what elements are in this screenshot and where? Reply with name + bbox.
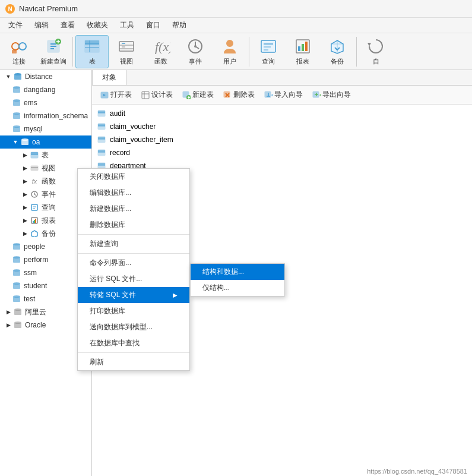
dangdang-icon xyxy=(12,85,21,94)
toolbar-auto[interactable]: 自 xyxy=(359,35,392,68)
app-icon: N xyxy=(5,4,15,14)
oa-query-arrow: ▶ xyxy=(21,204,28,211)
info-schema-icon xyxy=(12,111,21,121)
user-label: 用户 xyxy=(223,57,236,66)
table-row-icon-3 xyxy=(97,148,106,157)
oa-event-label: 事件 xyxy=(42,190,56,200)
toolbar: 连接 新建查询 表 xyxy=(0,33,472,70)
import-wizard-icon xyxy=(264,91,273,99)
ctx-sep-2 xyxy=(78,253,189,254)
toolbar-backup[interactable]: 备份 xyxy=(321,35,354,68)
connect-label: 连接 xyxy=(12,57,26,66)
toolbar-query[interactable]: 查询 xyxy=(252,35,285,68)
student-label: student xyxy=(24,282,47,290)
svg-rect-101 xyxy=(98,124,105,126)
oa-event-icon xyxy=(30,190,39,199)
svg-marker-93 xyxy=(319,94,321,96)
sidebar-item-information-schema[interactable]: information_schema xyxy=(0,109,91,122)
student-icon xyxy=(12,281,21,291)
sidebar-item-ems[interactable]: ems xyxy=(0,96,91,109)
table-row[interactable]: claim_voucher xyxy=(92,120,472,133)
ctx-new-query[interactable]: 新建查询 xyxy=(78,236,189,252)
delete-table-label: 删除表 xyxy=(233,90,255,100)
ctx-find-in-db[interactable]: 在数据库中查找 xyxy=(78,335,189,351)
table-toolbar: 打开表 设计表 xyxy=(92,86,472,105)
toolbar-report[interactable]: 报表 xyxy=(286,35,319,68)
toolbar-function[interactable]: f(x) 函数 xyxy=(144,35,178,68)
svg-rect-104 xyxy=(98,137,105,139)
menu-favorites[interactable]: 收藏夹 xyxy=(81,19,114,31)
context-menu: 关闭数据库 编辑数据库... 新建数据库... 删除数据库 新建查询 命令列界面… xyxy=(77,168,190,371)
design-table-icon xyxy=(141,91,150,99)
tab-object[interactable]: 对象 xyxy=(92,70,126,85)
ctx-edit-db[interactable]: 编辑数据库... xyxy=(78,185,189,201)
test-label: test xyxy=(24,295,35,303)
report-icon xyxy=(293,37,312,56)
svg-point-2 xyxy=(12,43,19,50)
toolbar-user[interactable]: 用户 xyxy=(213,35,246,68)
open-table-btn[interactable]: 打开表 xyxy=(97,89,135,101)
toolbar-connect[interactable]: 连接 xyxy=(2,35,36,68)
function-label: 函数 xyxy=(154,57,167,66)
new-table-btn[interactable]: 新建表 xyxy=(179,89,217,101)
report-label: 报表 xyxy=(296,57,309,66)
people-icon xyxy=(12,242,21,251)
svg-point-71 xyxy=(13,295,20,298)
menu-window[interactable]: 窗口 xyxy=(140,19,166,31)
status-url: https://blog.csdn.net/qq_43478581 xyxy=(367,468,467,475)
sidebar-item-distance[interactable]: ▼ Distance xyxy=(0,70,91,83)
oa-query-label: 查询 xyxy=(42,203,56,213)
dangdang-label: dangdang xyxy=(24,86,55,94)
design-table-btn[interactable]: 设计表 xyxy=(138,89,176,101)
oa-view-label: 视图 xyxy=(42,163,56,174)
ctx-run-sql[interactable]: 运行 SQL 文件... xyxy=(78,271,189,287)
ctx-command-line[interactable]: 命令列界面... xyxy=(78,255,189,271)
expand-arrow-distance: ▼ xyxy=(5,73,12,80)
ctx-delete-db[interactable]: 删除数据库 xyxy=(78,217,189,233)
export-wizard-btn[interactable]: 导出向导 xyxy=(309,89,354,101)
toolbar-new-query[interactable]: 新建查询 xyxy=(37,35,70,68)
table-icon xyxy=(83,37,102,56)
import-wizard-btn[interactable]: 导入向导 xyxy=(261,89,306,101)
svg-text:f(x): f(x) xyxy=(155,39,170,54)
toolbar-table[interactable]: 表 xyxy=(75,35,109,68)
oa-query-icon xyxy=(30,203,39,212)
sidebar-item-oa[interactable]: ▼ oa xyxy=(0,135,91,149)
information-schema-label: information_schema xyxy=(24,112,88,120)
ctx-refresh[interactable]: 刷新 xyxy=(78,354,189,370)
table-row[interactable]: claim_voucher_item xyxy=(92,133,472,146)
ctx-reverse-model[interactable]: 送向数据库到模型... xyxy=(78,319,189,335)
toolbar-divider-2 xyxy=(249,37,249,67)
table-row[interactable]: audit xyxy=(92,107,472,120)
alibaba-label: 阿里云 xyxy=(25,307,46,317)
delete-table-btn[interactable]: 删除表 xyxy=(220,89,258,101)
table-name-1: claim_voucher xyxy=(110,122,156,131)
ctx-dump-sql[interactable]: 转储 SQL 文件 ▶ xyxy=(78,287,189,303)
ctx-close-db[interactable]: 关闭数据库 xyxy=(78,169,189,185)
svg-point-75 xyxy=(14,321,21,324)
view-label: 视图 xyxy=(120,57,133,66)
menu-view[interactable]: 查看 xyxy=(55,19,81,31)
status-bar: https://blog.csdn.net/qq_43478581 xyxy=(362,466,472,476)
svg-marker-34 xyxy=(368,43,371,46)
svg-rect-17 xyxy=(119,42,134,51)
open-table-label: 打开表 xyxy=(110,90,132,100)
alibaba-arrow: ▶ xyxy=(5,308,12,316)
toolbar-event[interactable]: 事件 xyxy=(179,35,212,68)
ctx-print-db[interactable]: 打印数据库 xyxy=(78,303,189,319)
oa-event-arrow: ▶ xyxy=(21,191,28,198)
sidebar-item-oa-table[interactable]: ▶ 表 xyxy=(0,149,91,162)
menu-edit[interactable]: 编辑 xyxy=(28,19,55,31)
menu-file[interactable]: 文件 xyxy=(2,19,28,31)
submenu-structure-data[interactable]: 结构和数据... xyxy=(191,264,284,280)
menu-help[interactable]: 帮助 xyxy=(166,19,192,31)
ctx-new-db[interactable]: 新建数据库... xyxy=(78,201,189,217)
svg-rect-50 xyxy=(31,166,38,171)
toolbar-view[interactable]: 视图 xyxy=(110,35,143,68)
submenu-structure-only[interactable]: 仅结构... xyxy=(191,280,284,296)
sidebar-item-dangdang[interactable]: dangdang xyxy=(0,83,91,96)
menu-tools[interactable]: 工具 xyxy=(114,19,140,31)
svg-rect-32 xyxy=(302,44,304,51)
table-row[interactable]: record xyxy=(92,146,472,159)
sidebar-item-mysql[interactable]: mysql xyxy=(0,122,91,135)
